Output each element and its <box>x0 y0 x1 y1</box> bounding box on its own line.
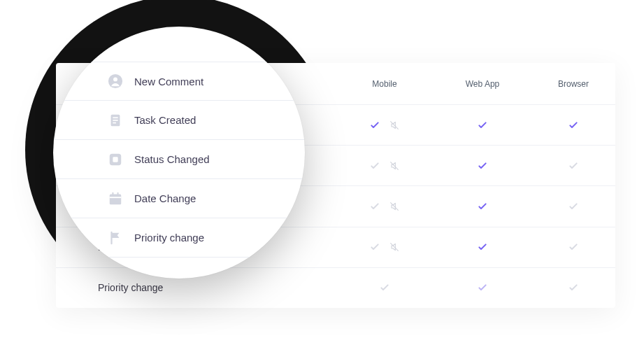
status-icon <box>108 152 123 167</box>
column-header-webapp: Web App <box>434 79 531 89</box>
list-item-label: Task Created <box>134 114 196 126</box>
cell-webapp <box>434 201 531 212</box>
mobile-check-toggle[interactable] <box>369 120 380 131</box>
webapp-check-toggle[interactable] <box>477 201 488 212</box>
column-header-mobile: Mobile <box>336 79 434 89</box>
cell-webapp <box>434 160 531 171</box>
cell-browser <box>531 120 615 131</box>
cell-browser <box>531 160 615 171</box>
mute-toggle[interactable] <box>389 120 400 131</box>
flag-icon <box>108 230 123 246</box>
mobile-check-toggle[interactable] <box>369 160 380 171</box>
browser-check-toggle[interactable] <box>568 201 579 212</box>
cell-browser <box>531 241 615 253</box>
webapp-check-toggle[interactable] <box>477 241 488 253</box>
person-icon <box>108 73 123 89</box>
list-item[interactable]: Task Created <box>53 101 305 140</box>
cell-mobile <box>336 160 434 171</box>
cell-mobile <box>336 282 434 293</box>
column-header-browser: Browser <box>531 79 615 89</box>
mute-toggle[interactable] <box>389 160 400 171</box>
list-item-label: Priority change <box>134 232 204 244</box>
list-item[interactable]: Status Changed <box>53 140 305 179</box>
magnifier-lens: New CommentTask CreatedStatus ChangedDat… <box>53 27 305 279</box>
mobile-check-toggle[interactable] <box>369 201 380 212</box>
cell-mobile <box>336 120 434 131</box>
cell-mobile <box>336 241 434 253</box>
list-item-label: New Comment <box>134 76 203 87</box>
cell-webapp <box>434 282 531 293</box>
document-icon <box>108 113 123 128</box>
cell-webapp <box>434 120 531 131</box>
cell-browser <box>531 201 615 212</box>
mobile-check-toggle[interactable] <box>379 282 390 293</box>
list-item[interactable]: New Comment <box>53 62 305 101</box>
webapp-check-toggle[interactable] <box>477 120 488 131</box>
webapp-check-toggle[interactable] <box>477 160 488 171</box>
calendar-icon <box>108 191 123 206</box>
cell-webapp <box>434 241 531 253</box>
browser-check-toggle[interactable] <box>568 241 579 253</box>
list-item-label: Status Changed <box>134 153 210 165</box>
list-item-label: Date Change <box>134 192 196 204</box>
row-label: Priority change <box>98 282 336 293</box>
webapp-check-toggle[interactable] <box>477 282 488 293</box>
list-item[interactable]: Date Change <box>53 179 305 218</box>
browser-check-toggle[interactable] <box>568 160 579 171</box>
mobile-check-toggle[interactable] <box>369 241 380 253</box>
browser-check-toggle[interactable] <box>568 282 579 293</box>
browser-check-toggle[interactable] <box>568 120 579 131</box>
table-row: Priority change <box>56 268 615 308</box>
mute-toggle[interactable] <box>389 201 400 212</box>
cell-browser <box>531 282 615 293</box>
cell-mobile <box>336 201 434 212</box>
mute-toggle[interactable] <box>389 241 400 253</box>
